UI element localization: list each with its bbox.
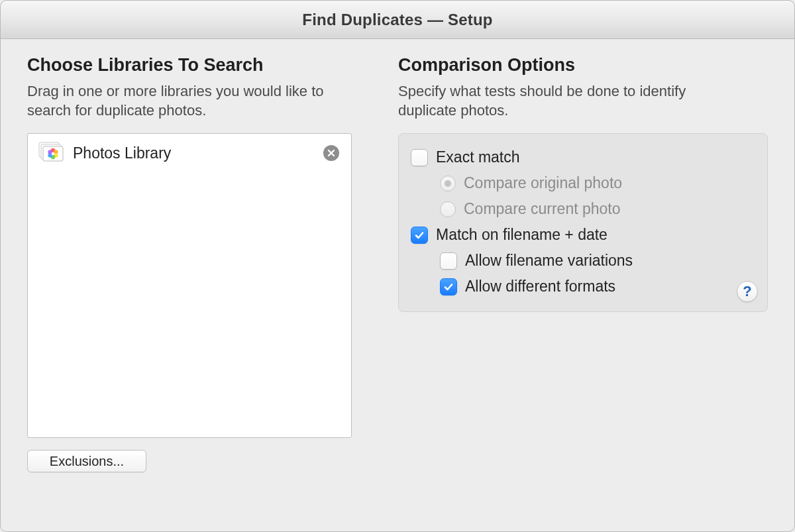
titlebar: Find Duplicates — Setup [1,1,794,39]
option-compare-current: Compare current photo [411,196,755,222]
option-match-filename-date[interactable]: Match on filename + date [411,222,755,248]
svg-point-9 [52,152,54,155]
allow-filename-variations-label: Allow filename variations [465,252,633,270]
photos-library-icon [37,142,64,164]
libraries-heading: Choose Libraries To Search [27,55,352,76]
help-icon: ? [743,283,751,300]
content: Choose Libraries To Search Drag in one o… [1,39,794,531]
options-heading: Comparison Options [398,55,768,76]
libraries-subtitle: Drag in one or more libraries you would … [27,82,332,120]
exact-match-checkbox[interactable] [411,149,428,166]
compare-original-label: Compare original photo [464,174,622,192]
library-name: Photos Library [73,144,314,162]
right-panel: Comparison Options Specify what tests sh… [398,55,768,518]
help-button[interactable]: ? [737,281,758,302]
allow-different-formats-checkbox[interactable] [440,278,457,295]
option-allow-filename-variations[interactable]: Allow filename variations [411,248,755,274]
compare-original-radio [440,176,456,191]
match-filename-date-checkbox[interactable] [411,227,428,244]
close-icon [327,148,336,158]
option-allow-different-formats[interactable]: Allow different formats [411,274,755,299]
option-compare-original: Compare original photo [411,170,755,196]
exact-match-label: Exact match [436,148,520,166]
options-panel: Exact match Compare original photo Compa… [398,133,768,312]
match-filename-date-label: Match on filename + date [436,226,608,244]
library-list[interactable]: Photos Library [27,133,352,438]
compare-current-label: Compare current photo [464,200,621,218]
window-title: Find Duplicates — Setup [302,11,492,29]
option-exact-match[interactable]: Exact match [411,144,755,170]
library-row[interactable]: Photos Library [28,134,351,172]
allow-different-formats-label: Allow different formats [465,278,615,295]
allow-filename-variations-checkbox[interactable] [440,252,457,270]
exclusions-button[interactable]: Exclusions... [27,450,146,472]
remove-library-button[interactable] [323,145,339,161]
left-panel: Choose Libraries To Search Drag in one o… [27,55,352,518]
options-subtitle: Specify what tests should be done to ide… [398,82,703,120]
compare-current-radio [440,201,456,217]
